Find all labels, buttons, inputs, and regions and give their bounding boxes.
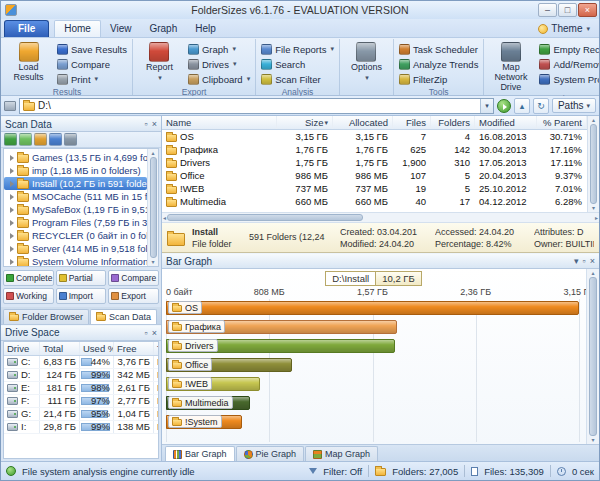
pin-icon[interactable]: ▫: [145, 328, 148, 338]
column-header-parent[interactable]: % Parent: [537, 116, 587, 129]
scroll-down-icon[interactable]: ▾: [591, 437, 594, 443]
paths-button[interactable]: Paths ▾: [552, 98, 596, 113]
scrollbar-thumb[interactable]: [590, 124, 597, 204]
legend-working-button[interactable]: Working: [3, 288, 54, 304]
close-icon[interactable]: ×: [152, 328, 157, 338]
refresh-icon[interactable]: [49, 133, 62, 146]
map-network-drive-button[interactable]: Map Network Drive: [487, 40, 534, 93]
print-button[interactable]: Print▾: [55, 72, 129, 86]
tab-map-graph[interactable]: Map Graph: [305, 446, 378, 461]
pin-icon[interactable]: ▫: [145, 119, 148, 129]
minimize-button[interactable]: –: [538, 3, 557, 17]
maximize-button[interactable]: □: [558, 3, 577, 17]
expand-icon[interactable]: [10, 194, 14, 200]
column-header-t[interactable]: T: [154, 342, 159, 355]
filterzip-button[interactable]: FilterZip: [397, 72, 480, 86]
filter-icon[interactable]: [64, 133, 77, 146]
graph-scrollbar[interactable]: ▴ ▾: [586, 269, 599, 444]
expand-icon[interactable]: [10, 220, 14, 226]
folder-row[interactable]: Multimedia660 МБ660 МБ401704.12.20126.28…: [162, 195, 587, 208]
scroll-down-icon[interactable]: ▾: [151, 259, 154, 265]
expand-icon[interactable]: [10, 259, 14, 265]
file-menu-button[interactable]: File: [4, 20, 49, 37]
drive-row[interactable]: C:6,83 ГБ44%3,76 ГБN: [4, 356, 158, 369]
clipboard-button[interactable]: Clipboard▾: [186, 72, 252, 86]
status-filter[interactable]: Filter: Off: [323, 466, 362, 477]
expand-icon[interactable]: [10, 155, 14, 161]
legend-compare-button[interactable]: Compare: [108, 270, 159, 286]
column-header-name[interactable]: Name: [162, 116, 277, 129]
tab-graph[interactable]: Graph: [140, 21, 186, 37]
legend-complete-button[interactable]: Complete: [3, 270, 54, 286]
path-combo[interactable]: D:\ ▾: [19, 98, 494, 114]
tree-item[interactable]: Games (13,5 ГБ in 4,699 folder: [4, 151, 147, 164]
scroll-down-icon[interactable]: ▾: [592, 205, 595, 211]
theme-button[interactable]: Theme ▾: [532, 21, 596, 37]
scan-filter-button[interactable]: Scan Filter: [259, 72, 336, 86]
tab-home[interactable]: Home: [54, 20, 101, 37]
tree-item[interactable]: imp (1,18 МБ in 0 folders): [4, 164, 147, 177]
column-header-folders[interactable]: Folders: [431, 116, 475, 129]
scroll-up-icon[interactable]: ▴: [151, 150, 154, 156]
column-header-drive[interactable]: Drive: [4, 342, 40, 355]
folder-row[interactable]: Графика1,76 ГБ1,76 ГБ62514230.04.201317.…: [162, 143, 587, 156]
bar-os[interactable]: [166, 301, 579, 315]
tree-item[interactable]: RECYCLER (0 байт in 0 folders): [4, 229, 147, 242]
scrollbar-thumb[interactable]: [150, 157, 157, 258]
legend-export-button[interactable]: Export: [108, 288, 159, 304]
column-header-files[interactable]: Files: [393, 116, 431, 129]
pin-icon[interactable]: ▫: [583, 256, 586, 266]
forward-icon[interactable]: [19, 133, 32, 146]
tab-scan-data[interactable]: Scan Data: [90, 309, 157, 324]
task-scheduler-button[interactable]: Task Scheduler: [397, 42, 480, 56]
close-button[interactable]: ×: [578, 3, 597, 17]
scroll-left-icon[interactable]: ◂: [163, 215, 166, 221]
load-results-button[interactable]: Load Results: [5, 40, 52, 86]
tab-pie-graph[interactable]: Pie Graph: [236, 446, 305, 461]
add-remove-programs-button[interactable]: Add/Remove Programs: [537, 57, 600, 71]
expand-icon[interactable]: [10, 168, 14, 174]
tree-item[interactable]: System Volume Information (: [4, 255, 147, 267]
expand-icon[interactable]: [10, 246, 14, 252]
expand-icon[interactable]: [10, 233, 14, 239]
column-header-size[interactable]: Size▾: [277, 116, 333, 129]
tree-item[interactable]: Program Files (7,59 ГБ in 3,82: [4, 216, 147, 229]
tree-item[interactable]: MySafeBox (1,19 ГБ in 9,518 fol: [4, 203, 147, 216]
legend-partial-button[interactable]: Partial: [56, 270, 107, 286]
column-header-allocated[interactable]: Allocated: [333, 116, 393, 129]
options-button[interactable]: Options▾: [343, 40, 390, 83]
chevron-down-icon[interactable]: ▾: [574, 256, 579, 266]
compare-button[interactable]: Compare: [55, 57, 129, 71]
drive-row[interactable]: I:29,8 ГБ99%138 МБN: [4, 421, 158, 434]
drive-row[interactable]: D:124 ГБ99%342 МБN: [4, 369, 158, 382]
up-icon[interactable]: [34, 133, 47, 146]
tree-item[interactable]: MSOCache (511 МБ in 15 fold: [4, 190, 147, 203]
scrollbar-thumb[interactable]: [589, 277, 597, 436]
save-results-button[interactable]: Save Results: [55, 42, 129, 56]
column-header-used[interactable]: Used %: [80, 342, 114, 355]
file-reports-button[interactable]: File Reports▾: [259, 42, 336, 56]
folder-row[interactable]: Drivers1,75 ГБ1,75 ГБ1,90031017.05.20131…: [162, 156, 587, 169]
folder-row[interactable]: Office986 МБ986 МБ107520.04.20139.37%: [162, 169, 587, 182]
legend-import-button[interactable]: Import: [56, 288, 107, 304]
drive-row[interactable]: E:181 ГБ98%2,61 ГБN: [4, 382, 158, 395]
tree-item[interactable]: Install (10,2 ГБ in 591 folders): [4, 177, 147, 190]
scroll-up-icon[interactable]: ▴: [592, 117, 595, 123]
close-icon[interactable]: ×: [152, 119, 157, 129]
expand-icon[interactable]: [10, 207, 14, 213]
close-icon[interactable]: ×: [590, 256, 595, 266]
tree-scrollbar[interactable]: ▴ ▾: [147, 149, 158, 266]
search-button[interactable]: Search: [259, 57, 336, 71]
tab-view[interactable]: View: [101, 21, 141, 37]
drive-row[interactable]: F:111 ГБ97%2,77 ГБN: [4, 395, 158, 408]
folder-row[interactable]: OS3,15 ГБ3,15 ГБ7416.08.201330.71%: [162, 130, 587, 143]
folder-row[interactable]: !WEB737 МБ737 МБ19525.10.20127.01%: [162, 182, 587, 195]
tree-item[interactable]: Server (414 МБ in 9,518 folders): [4, 242, 147, 255]
graph-button[interactable]: Graph▾: [186, 42, 252, 56]
tab-help[interactable]: Help: [186, 21, 225, 37]
horizontal-scrollbar[interactable]: ◂ ▸: [162, 212, 599, 223]
tab-bar-graph[interactable]: Bar Graph: [165, 446, 235, 461]
expand-icon[interactable]: [10, 181, 14, 187]
back-icon[interactable]: [4, 133, 17, 146]
system-protection-button[interactable]: System Protection: [537, 72, 600, 86]
